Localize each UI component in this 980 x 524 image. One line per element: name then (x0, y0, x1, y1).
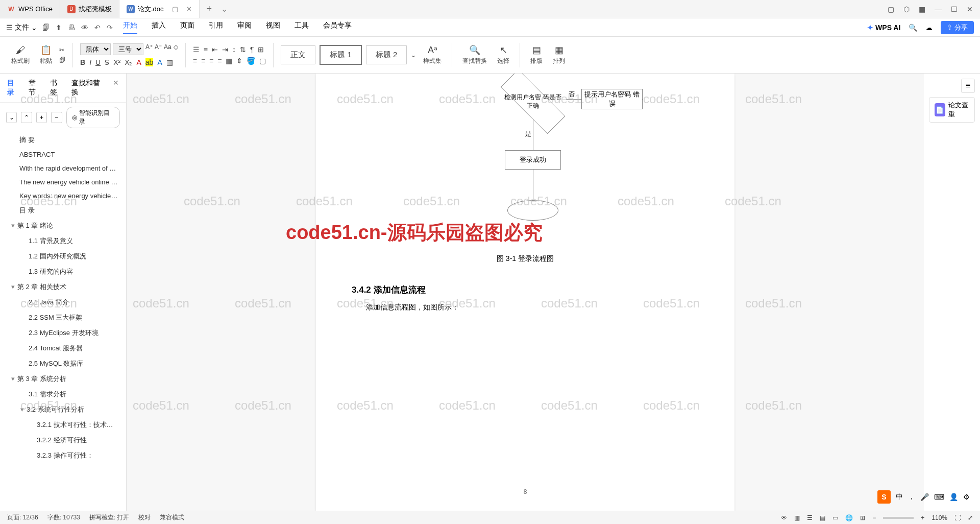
collapse-icon[interactable]: ⌄ (6, 112, 17, 123)
tab-close-icon[interactable]: ✕ (186, 5, 192, 13)
tab-docer[interactable]: D 找稻壳模板 (60, 0, 119, 18)
bold-icon[interactable]: B (80, 58, 85, 66)
superscript-icon[interactable]: X² (113, 58, 120, 66)
toc-item[interactable]: ▾第 2 章 相关技术 (0, 279, 126, 295)
menu-view[interactable]: 视图 (266, 21, 280, 34)
font-family-select[interactable]: 黑体 (80, 43, 111, 55)
maximize-icon[interactable]: ☐ (951, 5, 958, 13)
align-center-icon[interactable]: ≡ (201, 57, 205, 65)
avatar-icon[interactable]: ▦ (919, 5, 925, 13)
style-body[interactable]: 正文 (281, 45, 315, 64)
fullscreen-icon[interactable]: ⤢ (968, 514, 973, 521)
cut-icon[interactable]: ✂ (59, 46, 65, 54)
nav-close-icon[interactable]: ✕ (113, 79, 119, 97)
font-grow-icon[interactable]: A⁺ (145, 43, 153, 55)
font-color-icon[interactable]: A (136, 58, 141, 66)
highlight-icon[interactable]: ab (145, 58, 154, 66)
minimize-icon[interactable]: — (935, 5, 942, 13)
toc-item[interactable]: 2.2 SSM 三大框架 (0, 310, 126, 325)
find-replace-group[interactable]: 🔍 查找替换 (459, 44, 490, 65)
style-heading2[interactable]: 标题 2 (366, 45, 407, 64)
toc-item[interactable]: With the rapid development of s… (0, 161, 126, 175)
close-icon[interactable]: ✕ (967, 5, 973, 13)
outdent-icon[interactable]: ⇤ (212, 45, 218, 54)
new-tab-button[interactable]: + (200, 4, 219, 14)
font-size-select[interactable]: 三号 (113, 43, 143, 55)
expand-icon[interactable]: ⌃ (21, 112, 32, 123)
spacing-icon[interactable]: ↕ (232, 45, 236, 54)
ime-person-icon[interactable]: 👤 (949, 493, 958, 501)
add-icon[interactable]: + (36, 112, 47, 123)
view-grid-icon[interactable]: ⊞ (860, 514, 865, 521)
nav-tab-toc[interactable]: 目录 (7, 79, 20, 97)
print-icon[interactable]: 🖶 (68, 23, 75, 32)
view-outline-icon[interactable]: ☰ (807, 514, 813, 521)
toc-item[interactable]: 2.4 Tomcat 服务器 (0, 341, 126, 356)
sogou-icon[interactable]: S (877, 490, 891, 504)
style-heading1[interactable]: 标题 1 (320, 45, 362, 65)
tab-wps-office[interactable]: W WPS Office (0, 0, 60, 18)
export-icon[interactable]: ⬆ (56, 23, 62, 32)
paper-check-button[interactable]: 📄 论文查重 (929, 97, 975, 123)
toc-item[interactable]: Key words: new energy vehicle o… (0, 189, 126, 203)
toc-item[interactable]: 摘 要 (0, 132, 126, 148)
paste-group[interactable]: 📋 粘贴 (37, 44, 55, 65)
menu-review[interactable]: 审阅 (237, 21, 252, 34)
ime-keyboard-icon[interactable]: ⌨ (934, 493, 944, 501)
menu-insert[interactable]: 插入 (152, 21, 166, 34)
toc-item[interactable]: 3.2.2 经济可行性 (0, 433, 126, 448)
toc-item[interactable]: ▾第 1 章 绪论 (0, 218, 126, 233)
menu-member[interactable]: 会员专享 (323, 21, 352, 34)
cloud-icon[interactable]: ☁ (925, 23, 933, 32)
subscript-icon[interactable]: X₂ (125, 58, 132, 66)
share-button[interactable]: ⇪ 分享 (941, 21, 974, 34)
file-menu[interactable]: ☰ 文件 ⌄ (6, 23, 37, 32)
style-more-icon[interactable]: ⌄ (411, 52, 416, 59)
border-icon[interactable]: ▢ (259, 57, 266, 65)
fit-icon[interactable]: ⛶ (954, 514, 961, 521)
ime-settings-icon[interactable]: ⚙ (963, 493, 970, 501)
toc-item[interactable]: 1.3 研究的内容 (0, 264, 126, 279)
fill-icon[interactable]: 🪣 (247, 57, 255, 65)
nav-tab-chapter[interactable]: 章节 (29, 79, 42, 97)
restore-icon[interactable]: ▢ (888, 5, 894, 13)
toc-item[interactable]: 目 录 (0, 203, 126, 218)
status-words[interactable]: 字数: 10733 (47, 513, 80, 522)
zoom-out-icon[interactable]: − (872, 514, 876, 521)
status-spell[interactable]: 拼写检查: 打开 (89, 513, 130, 522)
case-icon[interactable]: Aa (164, 43, 172, 55)
ime-mic-icon[interactable]: 🎤 (920, 493, 929, 501)
menu-start[interactable]: 开始 (123, 21, 137, 34)
bullet-list-icon[interactable]: ☰ (193, 45, 200, 54)
toc-item[interactable]: 2.3 MyEclipse 开发环境 (0, 325, 126, 341)
arrange-group[interactable]: ▦ 排列 (550, 44, 568, 65)
toc-item[interactable]: ABSTRACT (0, 148, 126, 161)
font-color2-icon[interactable]: A (157, 58, 162, 66)
status-page[interactable]: 页面: 12/36 (7, 513, 38, 522)
strike-icon[interactable]: S̶ (105, 58, 109, 66)
toc-item[interactable]: 3.1 需求分析 (0, 387, 126, 402)
styles-group[interactable]: Aᵃ 样式集 (420, 44, 445, 65)
wps-ai-button[interactable]: ✦ WPS AI (867, 23, 900, 32)
tabs-icon[interactable]: ⊞ (258, 45, 264, 54)
collapse-panel-icon[interactable]: ≡ (961, 79, 975, 93)
italic-icon[interactable]: I (89, 58, 91, 66)
underline-icon[interactable]: U (95, 58, 101, 66)
view-globe-icon[interactable]: 🌐 (845, 514, 853, 521)
menu-reference[interactable]: 引用 (209, 21, 223, 34)
toc-item[interactable]: 2.5 MySQL 数据库 (0, 356, 126, 371)
tab-window-icon[interactable]: ▢ (172, 5, 178, 13)
view-read-icon[interactable]: ▭ (832, 514, 838, 521)
save-icon[interactable]: 🗐 (42, 23, 50, 32)
layout-group[interactable]: ▤ 排版 (527, 44, 546, 65)
select-group[interactable]: ↖ 选择 (494, 44, 512, 65)
align-right-icon[interactable]: ≡ (209, 57, 213, 65)
toc-item[interactable]: 1.2 国内外研究概况 (0, 249, 126, 264)
clear-format-icon[interactable]: ◇ (174, 43, 178, 55)
view-web-icon[interactable]: ▤ (820, 514, 825, 521)
status-proof[interactable]: 校对 (138, 513, 151, 522)
font-shrink-icon[interactable]: A⁻ (155, 43, 162, 55)
zoom-slider[interactable] (883, 517, 914, 519)
align-left-icon[interactable]: ≡ (193, 57, 197, 65)
sort-icon[interactable]: ⇅ (240, 45, 246, 54)
